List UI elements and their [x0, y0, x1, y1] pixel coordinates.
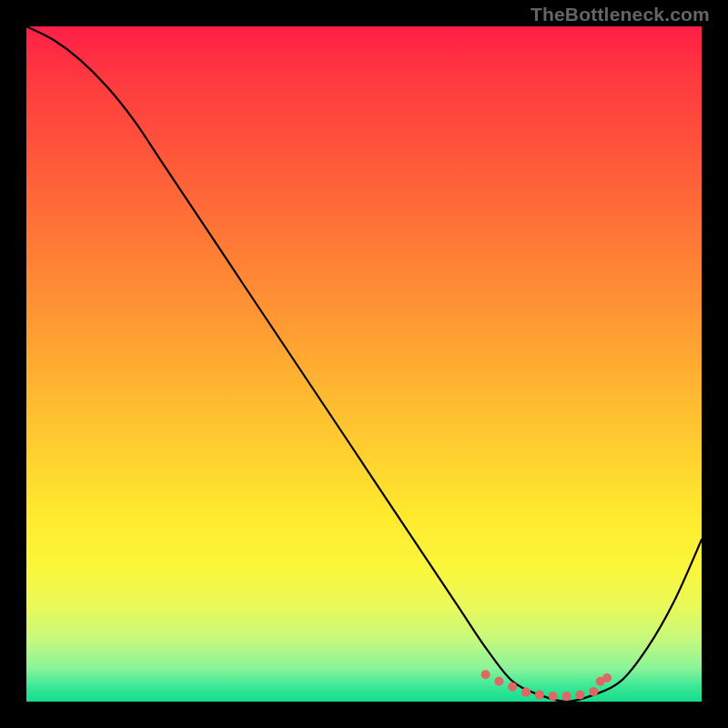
marker-dot	[589, 687, 598, 696]
marker-dot	[602, 673, 612, 682]
watermark-text: TheBottleneck.com	[531, 4, 710, 25]
marker-dot	[494, 677, 503, 686]
marker-dot	[575, 691, 584, 700]
marker-dot	[562, 692, 571, 701]
marker-dot	[508, 682, 517, 692]
bottleneck-curve-path	[26, 26, 702, 702]
marker-dot	[521, 688, 531, 697]
plot-area	[26, 26, 702, 702]
chart-svg	[26, 26, 702, 702]
marker-dot	[549, 692, 558, 701]
marker-dot	[481, 670, 490, 679]
chart-frame: TheBottleneck.com	[0, 0, 728, 728]
marker-dot	[535, 691, 544, 700]
